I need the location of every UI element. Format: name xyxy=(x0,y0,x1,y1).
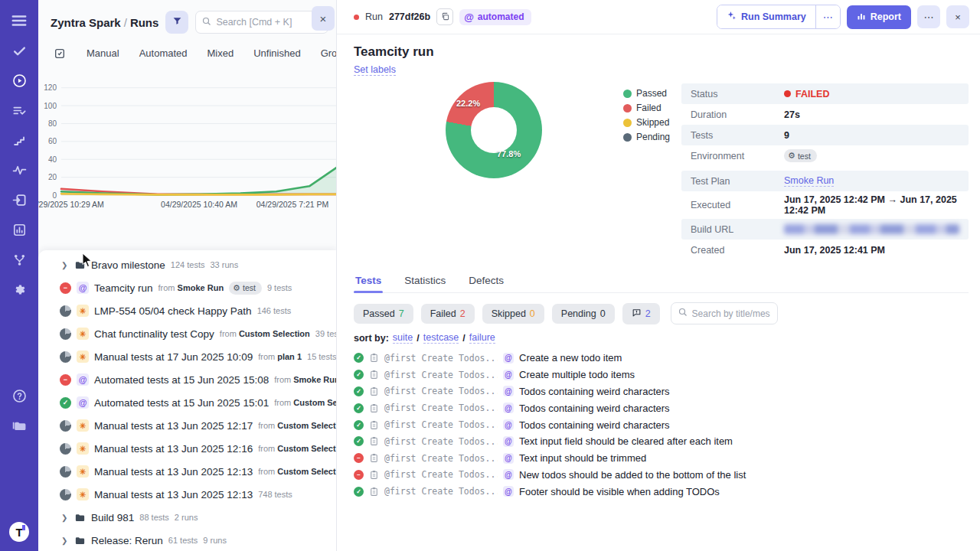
set-labels-link[interactable]: Set labels xyxy=(354,64,396,76)
copy-run-id-button[interactable] xyxy=(436,8,453,25)
folder-icon xyxy=(74,535,86,546)
detail-label: Duration xyxy=(691,109,784,120)
steps-icon[interactable] xyxy=(9,130,29,150)
legend-item-passed[interactable]: Passed xyxy=(623,88,670,99)
test-row[interactable]: ✓@first Create Todos...@Footer should be… xyxy=(354,483,969,500)
test-suite-path: @first Create Todos... xyxy=(384,486,498,497)
runs-run-row[interactable]: ✳Manual tests at 13 Jun 2025 12:13from C… xyxy=(38,460,336,483)
test-title: Footer should be visible when adding TOD… xyxy=(519,486,720,497)
gear-icon[interactable] xyxy=(9,279,29,299)
folders-icon[interactable] xyxy=(9,416,29,435)
runs-tab-automated[interactable]: Automated xyxy=(129,44,198,62)
test-row[interactable]: ✓@first Create Todos...@Create a new tod… xyxy=(354,350,969,367)
run-summary-button[interactable]: Run Summary xyxy=(717,5,815,28)
test-row[interactable]: ✓@first Create Todos...@Todos containing… xyxy=(354,416,969,433)
runs-tab-mixed[interactable]: Mixed xyxy=(198,44,244,62)
test-row[interactable]: −@first Create Todos...@New todos should… xyxy=(354,467,969,484)
runs-tab-manual[interactable]: Manual xyxy=(77,44,129,62)
chevron-right-icon[interactable]: ❯ xyxy=(61,514,69,522)
run-status-icon-neutral xyxy=(60,489,71,500)
test-row[interactable]: ✓@first Create Todos...@Todos containing… xyxy=(354,399,969,416)
chevron-right-icon[interactable]: ❯ xyxy=(61,536,69,545)
legend-item-pending[interactable]: Pending xyxy=(623,132,670,142)
clipboard-icon xyxy=(369,370,379,380)
runs-run-row[interactable]: −@Teamcity runfrom Smoke Run⚙test9 tests xyxy=(38,276,336,299)
detail-row-duration: Duration27s xyxy=(681,104,969,125)
detail-label: Executed xyxy=(691,200,784,210)
svg-text:60: 60 xyxy=(48,137,57,145)
runs-run-row[interactable]: ✳Manual tests at 17 Jun 2025 10:09from p… xyxy=(38,345,336,368)
close-detail-button[interactable]: × xyxy=(946,5,969,28)
breadcrumb: Zyntra Spark/Runs xyxy=(51,16,158,29)
test-row[interactable]: ✓@first Create Todos...@Todos containing… xyxy=(354,383,969,400)
select-all-icon[interactable] xyxy=(54,47,66,60)
filter-chip-skipped[interactable]: Skipped 0 xyxy=(482,304,544,324)
runs-run-row[interactable]: ✳Manual tests at 13 Jun 2025 12:13748 te… xyxy=(38,483,336,506)
svg-text:04/29/2025 7:21 PM: 04/29/2025 7:21 PM xyxy=(256,200,329,209)
branch-icon[interactable] xyxy=(9,249,29,269)
tab-defects[interactable]: Defects xyxy=(467,270,505,292)
tab-tests[interactable]: Tests xyxy=(354,270,383,292)
detail-label: Test Plan xyxy=(691,176,784,187)
test-title: Text input should be trimmed xyxy=(519,452,646,464)
more-actions-button[interactable]: ⋯ xyxy=(917,5,940,28)
comments-filter-chip[interactable]: 2 xyxy=(622,303,660,324)
sort-link-testcase[interactable]: testcase xyxy=(423,332,459,344)
runs-run-row[interactable]: −@Automated tests at 15 Jun 2025 15:08fr… xyxy=(38,368,336,391)
help-icon[interactable] xyxy=(9,386,29,406)
runs-run-row[interactable]: ✳Manual tests at 13 Jun 2025 12:17from C… xyxy=(38,414,336,437)
runs-folder-row[interactable]: ❯Bravo milestone124 tests33 runs xyxy=(38,253,336,276)
test-title: Todos containing weird characters xyxy=(519,403,670,414)
tab-statistics[interactable]: Statistics xyxy=(403,270,447,292)
legend-item-failed[interactable]: Failed xyxy=(623,103,670,113)
detail-label: Status xyxy=(691,89,784,99)
tests-search[interactable] xyxy=(671,302,778,324)
close-panel-button[interactable]: × xyxy=(312,6,335,31)
runs-run-row[interactable]: ✳LMP-554 05/04 check Happy Path146 tests xyxy=(38,299,336,322)
test-row[interactable]: ✓@first Create Todos...@Create multiple … xyxy=(354,367,969,383)
play-circle-icon[interactable] xyxy=(9,70,29,90)
runs-search-input[interactable] xyxy=(216,17,322,28)
sort-link-suite[interactable]: suite xyxy=(393,332,413,344)
run-title: Teamcity run xyxy=(94,282,153,294)
filter-chip-pending[interactable]: Pending 0 xyxy=(552,304,615,324)
detail-tabs: TestsStatisticsDefects xyxy=(354,270,969,293)
breadcrumb-project[interactable]: Zyntra Spark xyxy=(51,16,121,29)
filter-icon xyxy=(172,16,182,28)
runs-folder-row[interactable]: ❯Release: Rerun61 tests9 runs xyxy=(38,529,336,551)
tests-search-input[interactable] xyxy=(692,308,770,319)
sort-link-failure[interactable]: failure xyxy=(469,332,495,344)
list-check-icon[interactable] xyxy=(9,100,29,120)
test-row[interactable]: −@first Create Todos...@Text input shoul… xyxy=(354,450,969,467)
logo-t[interactable]: T xyxy=(9,522,29,542)
filter-chip-passed[interactable]: Passed 7 xyxy=(354,304,413,324)
filter-button[interactable] xyxy=(165,11,188,34)
run-summary-more-button[interactable]: ⋯ xyxy=(815,5,840,28)
runs-tab-unfinished[interactable]: Unfinished xyxy=(243,44,310,62)
donut-legend: PassedFailedSkippedPending xyxy=(623,88,670,146)
chevron-right-icon[interactable]: ❯ xyxy=(61,261,69,269)
import-icon[interactable] xyxy=(9,190,29,210)
runs-run-row[interactable]: ✳Chat functinality test Copyfrom Custom … xyxy=(38,322,336,345)
activity-icon[interactable] xyxy=(9,160,29,180)
legend-item-skipped[interactable]: Skipped xyxy=(623,117,670,128)
gear-icon: ⚙ xyxy=(788,151,795,161)
runs-run-row[interactable]: ✳Manual tests at 13 Jun 2025 12:16from C… xyxy=(38,437,336,460)
legend-dot xyxy=(623,133,632,142)
test-row[interactable]: ✓@first Create Todos...@Text input field… xyxy=(354,433,969,450)
run-details-table: StatusFAILEDDuration27sTests9Environment… xyxy=(681,83,969,260)
filter-chip-failed[interactable]: Failed 2 xyxy=(421,304,475,324)
test-plan-link[interactable]: Smoke Run xyxy=(784,175,834,187)
runs-run-row[interactable]: ✓@Automated tests at 15 Jun 2025 15:01fr… xyxy=(38,391,336,414)
report-label: Report xyxy=(871,11,901,22)
bar-chart-icon[interactable] xyxy=(9,220,29,240)
test-filters: Passed 7Failed 2Skipped 0Pending 02 xyxy=(354,302,969,324)
menu-icon[interactable] xyxy=(9,11,29,31)
sparkle-icon xyxy=(727,11,737,23)
runs-folder-row[interactable]: ❯Build 98188 tests2 runs xyxy=(38,506,336,529)
runs-tab-groups[interactable]: Groups xyxy=(311,44,337,62)
detail-value: 27s xyxy=(784,109,800,120)
check-icon[interactable] xyxy=(9,41,29,60)
report-button[interactable]: Report xyxy=(847,5,911,29)
runs-search[interactable] xyxy=(195,11,328,34)
